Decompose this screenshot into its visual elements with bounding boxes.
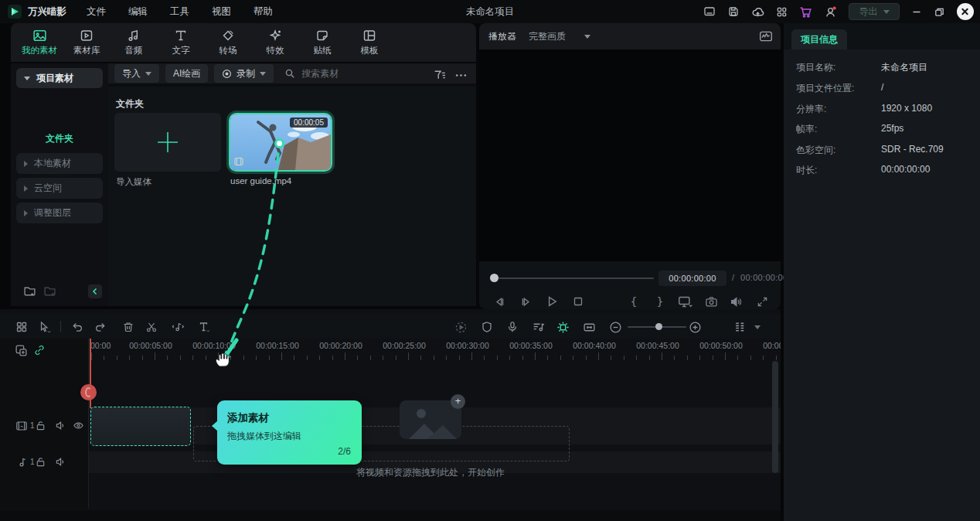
ruler-tick <box>535 352 536 360</box>
tab-effects[interactable]: 特效 <box>254 29 296 56</box>
player-viewport[interactable] <box>479 49 781 261</box>
quality-select[interactable]: 完整画质 <box>529 30 590 43</box>
import-media-tile[interactable] <box>114 113 221 172</box>
ruler-tick <box>155 352 155 360</box>
audio-track-lock-button[interactable] <box>35 456 46 468</box>
mark-out-button[interactable]: } <box>652 294 668 309</box>
titlebar-actions: 导出 <box>703 0 974 23</box>
record-button[interactable]: 录制 <box>214 64 274 83</box>
track-height-button[interactable] <box>733 320 747 334</box>
menu-view[interactable]: 视图 <box>212 5 231 19</box>
sidebar-item-cloud-space[interactable]: 云空间 <box>16 178 103 199</box>
tab-transition[interactable]: 转场 <box>207 29 249 56</box>
mark-in-button[interactable]: { <box>626 294 641 309</box>
audio-mixer-button[interactable] <box>531 320 545 334</box>
seek-handle[interactable] <box>490 274 499 282</box>
video-track-visibility-button[interactable] <box>73 420 84 431</box>
tab-stickers[interactable]: 贴纸 <box>301 29 343 56</box>
sidebar-item-folders[interactable]: 文件夹 <box>16 131 103 146</box>
add-media-plus-button[interactable]: + <box>451 394 465 409</box>
delete-folder-button[interactable] <box>43 284 56 298</box>
link-clips-button[interactable] <box>33 344 46 356</box>
media-clip-thumbnail[interactable]: 00:00:05 <box>229 113 332 172</box>
audio-stretch-button[interactable] <box>171 320 185 334</box>
drag-origin-handle[interactable] <box>274 138 284 148</box>
redo-button[interactable] <box>94 320 107 334</box>
playhead-handle[interactable] <box>80 384 97 400</box>
ruler-tick <box>763 356 764 360</box>
cloud-upload-button[interactable] <box>751 5 764 19</box>
scope-button[interactable] <box>759 29 773 43</box>
save-button[interactable] <box>727 5 740 18</box>
tab-text[interactable]: 文字 <box>160 29 202 56</box>
tab-project-info[interactable]: 项目信息 <box>791 29 847 49</box>
audio-track-mute-button[interactable] <box>55 456 66 468</box>
next-frame-button[interactable] <box>518 294 533 309</box>
menu-tools[interactable]: 工具 <box>170 5 189 19</box>
snapshot-button[interactable] <box>703 294 719 309</box>
filter-button[interactable] <box>433 69 446 82</box>
sidebar-item-local-media[interactable]: 本地素材 <box>16 153 103 174</box>
sidebar-item-adjustment-layer[interactable]: 调整图层 <box>16 203 103 223</box>
collapse-sidebar-button[interactable] <box>88 284 102 298</box>
select-tool-button[interactable] <box>38 320 52 334</box>
close-button[interactable] <box>957 3 974 20</box>
delete-button[interactable] <box>121 320 135 334</box>
marker-button[interactable] <box>480 320 494 334</box>
timecode-divider: / <box>732 273 734 282</box>
timeline-ruler[interactable]: 00:0000:00:05:0000:00:10:0000:00:15:0000… <box>89 339 781 362</box>
menu-edit[interactable]: 编辑 <box>128 5 148 19</box>
sidebar-item-project-media[interactable]: 项目素材 <box>16 68 103 88</box>
chevron-down-icon <box>883 10 890 14</box>
text-tool-button[interactable] <box>197 320 211 334</box>
video-track-mute-button[interactable] <box>55 420 66 431</box>
volume-button[interactable] <box>728 294 744 309</box>
ruler-tick <box>129 356 130 360</box>
ai-painting-button[interactable]: AI绘画 <box>165 64 208 83</box>
track-layout-button[interactable] <box>15 320 29 334</box>
tab-my-media[interactable]: 我的素材 <box>19 29 60 56</box>
restore-button[interactable] <box>934 6 945 18</box>
play-button[interactable] <box>544 294 560 309</box>
store-button[interactable] <box>799 5 812 19</box>
display-mode-button[interactable] <box>677 294 692 309</box>
previous-frame-button[interactable] <box>492 294 507 309</box>
export-button[interactable]: 导出 <box>849 3 900 20</box>
auto-ripple-button[interactable] <box>556 320 570 334</box>
menu-help[interactable]: 帮助 <box>254 5 273 19</box>
tab-audio[interactable]: 音频 <box>113 29 155 56</box>
account-button[interactable] <box>824 5 837 19</box>
zoom-in-button[interactable] <box>688 320 702 334</box>
ruler-tick <box>497 356 498 360</box>
my-media-icon <box>32 29 47 43</box>
zoom-out-button[interactable] <box>608 320 622 334</box>
app-name: 万兴喵影 <box>28 5 66 19</box>
crop-range-button[interactable] <box>582 320 596 334</box>
layout-mode-button[interactable] <box>703 5 716 18</box>
new-folder-button[interactable] <box>23 284 36 298</box>
zoom-slider-handle[interactable] <box>655 323 662 330</box>
stop-button[interactable] <box>570 294 586 309</box>
fullscreen-button[interactable] <box>754 294 770 309</box>
timeline-toolbar <box>0 314 781 339</box>
info-row-colorspace: 色彩空间:SDR - Rec.709 <box>796 144 974 158</box>
minimize-button[interactable] <box>911 6 922 17</box>
more-options-button[interactable] <box>454 69 468 82</box>
seek-bar[interactable] <box>493 278 654 279</box>
video-track-lock-button[interactable] <box>35 420 46 431</box>
render-preview-button[interactable] <box>454 320 468 334</box>
title-bar: 万兴喵影 文件 编辑 工具 视图 帮助 未命名项目 导出 <box>0 0 980 23</box>
tab-stock-library[interactable]: 素材库 <box>66 29 107 56</box>
search-input[interactable] <box>301 68 394 79</box>
tab-templates[interactable]: 模板 <box>349 29 390 56</box>
split-button[interactable] <box>145 320 158 334</box>
undo-button[interactable] <box>70 320 84 334</box>
voiceover-button[interactable] <box>505 320 519 334</box>
ruler-tick <box>180 356 181 360</box>
menu-file[interactable]: 文件 <box>87 5 106 19</box>
add-track-button[interactable] <box>15 344 28 357</box>
import-button[interactable]: 导入 <box>114 64 159 83</box>
workspace-button[interactable] <box>776 6 788 18</box>
timeline-vertical-scrollbar[interactable] <box>772 361 778 473</box>
ruler-label: 00:00:55:00 <box>763 341 781 350</box>
